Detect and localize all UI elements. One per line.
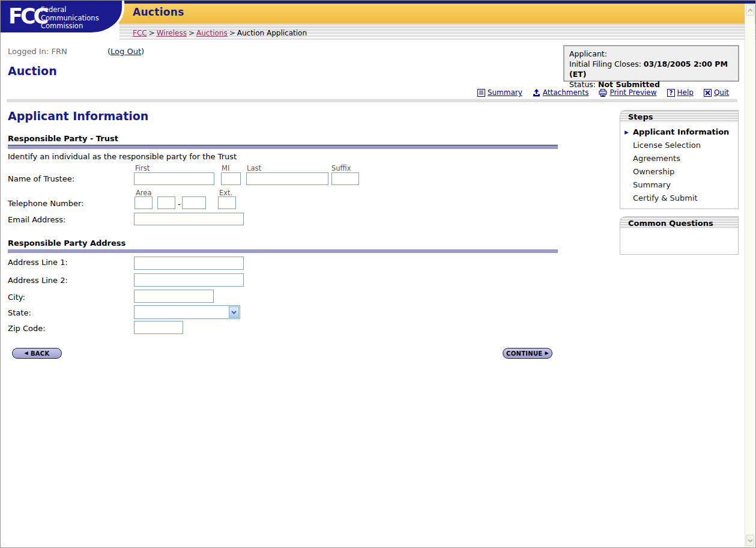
page-title: Auction <box>8 64 57 78</box>
back-button[interactable]: ◀ BACK <box>12 348 62 359</box>
help-link[interactable]: ? Help <box>667 88 694 97</box>
state-select[interactable] <box>134 305 240 319</box>
breadcrumb-link-fcc[interactable]: FCC <box>133 29 147 37</box>
summary-icon <box>477 89 485 97</box>
toolbar-divider <box>7 99 737 102</box>
address-line-1-field[interactable] <box>134 257 244 270</box>
quit-label: Quit <box>714 88 729 97</box>
phone-area-field[interactable] <box>135 196 153 209</box>
continue-button[interactable]: CONTINUE ▶ <box>503 348 552 359</box>
breadcrumb-separator: > <box>147 29 157 37</box>
help-label: Help <box>677 88 694 97</box>
back-arrow-icon: ◀ <box>24 351 28 356</box>
gold-title-bar: Auctions <box>116 4 755 23</box>
phone-hyphen: - <box>178 199 181 209</box>
mi-field[interactable] <box>221 172 241 185</box>
area-code-sublabel: Area <box>136 189 151 197</box>
logged-in-status: Logged In: FRN <box>8 47 67 56</box>
status-label: Status: <box>569 80 598 89</box>
email-address-field[interactable] <box>134 213 244 225</box>
logout-wrap: (Log Out) <box>107 47 144 56</box>
city-field[interactable] <box>134 290 214 303</box>
org-line: Communications <box>41 14 99 23</box>
step-label: Summary <box>633 180 671 189</box>
status-value: Not Submitted <box>598 80 660 89</box>
scroll-down-button[interactable] <box>746 535 754 546</box>
last-name-sublabel: Last <box>247 164 261 172</box>
telephone-number-label: Telephone Number: <box>8 199 84 208</box>
main-heading: Applicant Information <box>8 109 148 123</box>
suffix-sublabel: Suffix <box>331 164 351 172</box>
section-divider-bar <box>8 249 558 253</box>
toolbar: Summary Attachments Print Preview ? Help… <box>477 88 729 97</box>
filing-closes-label: Initial Filing Closes: <box>569 59 644 68</box>
step-item-certify-submit[interactable]: Certify & Submit <box>620 192 738 205</box>
trust-section-title: Responsible Party - Trust <box>8 134 558 145</box>
first-name-sublabel: First <box>135 164 150 172</box>
step-label: License Selection <box>633 141 701 150</box>
applicant-label: Applicant: <box>569 49 733 59</box>
first-name-field[interactable] <box>134 172 214 185</box>
breadcrumb-link-wireless[interactable]: Wireless <box>157 29 187 37</box>
chevron-up-icon <box>748 8 753 12</box>
summary-link[interactable]: Summary <box>477 88 522 97</box>
fcc-org-name: Federal Communications Commission <box>41 6 99 31</box>
step-item-applicant-information[interactable]: ▶ Applicant Information <box>620 126 738 139</box>
step-label: Ownership <box>633 167 674 176</box>
phone-line-field[interactable] <box>182 196 206 209</box>
step-label: Certify & Submit <box>633 193 698 202</box>
chevron-down-icon[interactable] <box>229 306 239 318</box>
mi-sublabel: MI <box>222 164 229 172</box>
breadcrumb: FCC>Wireless>Auctions>Auction Applicatio… <box>133 29 307 37</box>
steps-panel: Steps ▶ Applicant Information License Se… <box>620 110 739 209</box>
name-of-trustee-label: Name of Trustee: <box>8 174 74 183</box>
common-questions-panel: Common Questions <box>620 216 739 255</box>
attachments-label: Attachments <box>543 88 589 97</box>
print-preview-icon <box>599 89 607 97</box>
breadcrumb-link-auctions[interactable]: Auctions <box>196 29 228 37</box>
svg-text:?: ? <box>669 90 673 96</box>
continue-arrow-icon: ▶ <box>545 351 549 356</box>
paren: ) <box>141 47 144 56</box>
help-icon: ? <box>667 89 675 97</box>
breadcrumb-current: Auction Application <box>237 29 307 37</box>
common-questions-header: Common Questions <box>620 216 739 229</box>
step-item-license-selection[interactable]: License Selection <box>620 139 738 152</box>
vertical-scrollbar[interactable] <box>745 4 755 547</box>
address-line-2-field[interactable] <box>134 273 244 287</box>
current-step-icon: ▶ <box>624 126 629 139</box>
chevron-down-icon <box>748 539 753 543</box>
address-line-2-label: Address Line 2: <box>8 276 68 285</box>
app-title: Auctions <box>133 6 184 18</box>
print-preview-label: Print Preview <box>609 88 656 97</box>
filing-closes-row: Initial Filing Closes: 03/18/2005 2:00 P… <box>569 59 733 79</box>
common-questions-body <box>620 229 739 255</box>
phone-ext-field[interactable] <box>218 196 236 209</box>
attachments-link[interactable]: Attachments <box>533 88 589 97</box>
last-name-field[interactable] <box>246 172 328 185</box>
back-button-label: BACK <box>31 350 50 357</box>
org-line: Commission <box>41 22 99 31</box>
applicant-info-box: Applicant: Initial Filing Closes: 03/18/… <box>563 45 739 82</box>
org-line: Federal <box>41 6 99 14</box>
continue-button-label: CONTINUE <box>506 350 542 357</box>
phone-prefix-field[interactable] <box>157 196 175 209</box>
step-item-summary[interactable]: Summary <box>620 178 738 192</box>
quit-icon <box>704 89 712 97</box>
logout-link[interactable]: Log Out <box>110 47 141 56</box>
email-address-label: Email Address: <box>8 215 65 224</box>
print-preview-link[interactable]: Print Preview <box>599 88 656 97</box>
quit-link[interactable]: Quit <box>704 88 729 97</box>
address-section-title: Responsible Party Address <box>8 239 558 250</box>
step-item-ownership[interactable]: Ownership <box>620 165 738 178</box>
steps-panel-header: Steps <box>620 110 739 123</box>
scroll-up-button[interactable] <box>746 4 754 16</box>
step-label: Applicant Information <box>633 127 729 136</box>
state-label: State: <box>8 308 31 317</box>
step-item-agreements[interactable]: Agreements <box>620 152 738 165</box>
attachments-icon <box>533 89 540 97</box>
suffix-field[interactable] <box>331 172 359 185</box>
section-divider-bar <box>8 145 558 149</box>
zip-code-field[interactable] <box>134 321 183 334</box>
breadcrumb-separator: > <box>187 29 196 37</box>
